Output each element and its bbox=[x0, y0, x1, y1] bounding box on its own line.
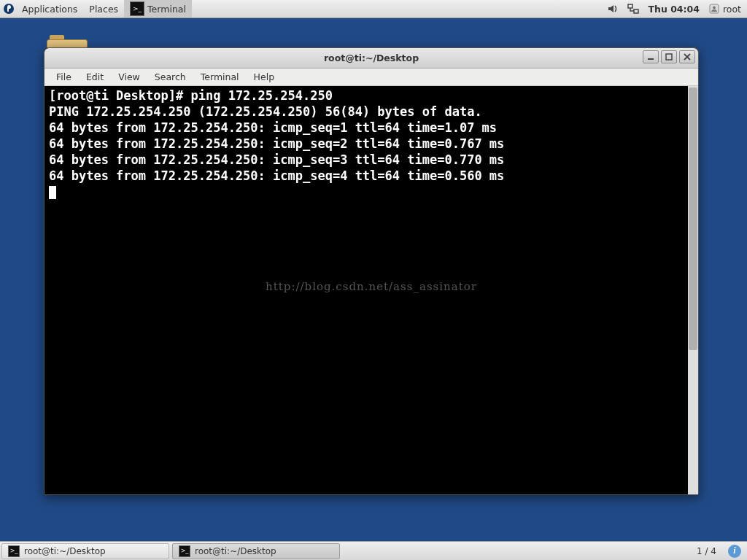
bottom-panel: >_ root@ti:~/Desktop >_ root@ti:~/Deskto… bbox=[0, 541, 747, 560]
menu-search[interactable]: Search bbox=[147, 71, 193, 82]
menu-help-label: Help bbox=[254, 71, 275, 82]
ping-line-2: 64 bytes from 172.25.254.250: icmp_seq=2… bbox=[49, 136, 504, 151]
terminal-cursor bbox=[49, 186, 56, 199]
menu-applications[interactable]: Applications bbox=[16, 0, 83, 18]
menu-edit[interactable]: Edit bbox=[79, 71, 111, 82]
terminal-window: root@ti:~/Desktop File Edit View Search … bbox=[44, 47, 699, 495]
network-icon[interactable] bbox=[627, 3, 639, 15]
terminal-menubar: File Edit View Search Terminal Help bbox=[44, 69, 698, 86]
scrollbar-thumb[interactable] bbox=[689, 88, 697, 350]
terminal-output: [root@ti Desktop]# ping 172.25.254.250 P… bbox=[49, 88, 686, 200]
menu-applications-label: Applications bbox=[22, 4, 77, 15]
terminal-scrollbar[interactable] bbox=[688, 86, 698, 494]
menu-terminal-label: Terminal bbox=[201, 71, 239, 82]
ping-line-1: 64 bytes from 172.25.254.250: icmp_seq=1… bbox=[49, 120, 497, 135]
user-label: root bbox=[723, 4, 741, 15]
svg-rect-1 bbox=[628, 4, 632, 8]
watermark-text: http://blog.csdn.net/ass_assinator bbox=[44, 280, 698, 293]
menu-file[interactable]: File bbox=[49, 71, 79, 82]
menu-places-label: Places bbox=[89, 4, 118, 15]
window-title: root@ti:~/Desktop bbox=[44, 52, 698, 63]
workspace-label: 1 / 4 bbox=[697, 546, 716, 556]
menu-file-label: File bbox=[56, 71, 71, 82]
taskbar-item-2-label: root@ti:~/Desktop bbox=[195, 546, 276, 556]
taskbar-item-1[interactable]: >_ root@ti:~/Desktop bbox=[1, 543, 169, 559]
user-menu[interactable]: root bbox=[708, 3, 741, 15]
terminal-icon: >_ bbox=[130, 1, 144, 16]
menu-view-label: View bbox=[118, 71, 140, 82]
menu-edit-label: Edit bbox=[86, 71, 104, 82]
terminal-icon: >_ bbox=[179, 545, 190, 557]
info-icon[interactable]: i bbox=[728, 545, 741, 558]
top-panel: Applications Places >_ Terminal Thu 04:0… bbox=[0, 0, 747, 18]
svg-rect-2 bbox=[634, 9, 638, 13]
menu-help[interactable]: Help bbox=[247, 71, 282, 82]
window-maximize-button[interactable] bbox=[661, 50, 677, 63]
user-icon bbox=[708, 3, 720, 15]
menu-terminal[interactable]: Terminal bbox=[193, 71, 247, 82]
terminal-command: ping 172.25.254.250 bbox=[190, 88, 332, 103]
workspace-indicator[interactable]: 1 / 4 bbox=[691, 546, 722, 556]
svg-rect-6 bbox=[666, 54, 672, 60]
terminal-body[interactable]: [root@ti Desktop]# ping 172.25.254.250 P… bbox=[44, 86, 698, 494]
ping-header: PING 172.25.254.250 (172.25.254.250) 56(… bbox=[49, 104, 482, 119]
menu-view[interactable]: View bbox=[111, 71, 147, 82]
panel-task-terminal[interactable]: >_ Terminal bbox=[124, 0, 192, 18]
clock[interactable]: Thu 04:04 bbox=[648, 4, 699, 15]
volume-icon[interactable] bbox=[607, 3, 619, 15]
terminal-prompt: [root@ti Desktop]# bbox=[49, 88, 190, 103]
window-minimize-button[interactable] bbox=[643, 50, 659, 63]
ping-line-3: 64 bytes from 172.25.254.250: icmp_seq=3… bbox=[49, 152, 504, 167]
window-titlebar[interactable]: root@ti:~/Desktop bbox=[44, 48, 698, 69]
taskbar-item-1-label: root@ti:~/Desktop bbox=[24, 546, 106, 556]
taskbar-item-2[interactable]: >_ root@ti:~/Desktop bbox=[172, 543, 340, 559]
menu-places[interactable]: Places bbox=[83, 0, 124, 18]
svg-point-4 bbox=[713, 7, 716, 9]
window-close-button[interactable] bbox=[679, 50, 695, 63]
panel-task-terminal-label: Terminal bbox=[147, 4, 186, 15]
fedora-logo-icon bbox=[3, 3, 15, 15]
menu-search-label: Search bbox=[155, 71, 186, 82]
ping-line-4: 64 bytes from 172.25.254.250: icmp_seq=4… bbox=[49, 168, 504, 183]
terminal-icon: >_ bbox=[8, 545, 20, 557]
